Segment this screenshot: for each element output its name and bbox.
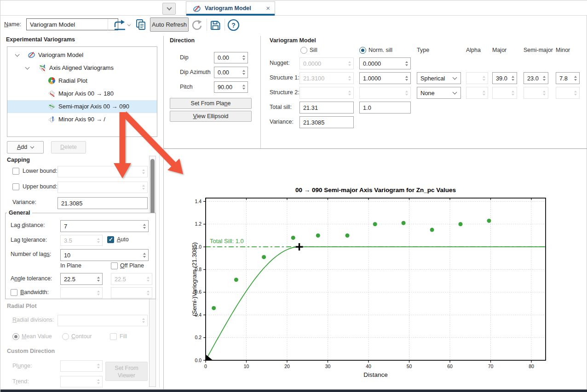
capping-variance-input[interactable]: 21.3085 xyxy=(58,197,148,209)
tree-item-minor-axis[interactable]: Minor Axis 90 → / xyxy=(7,113,157,126)
add-button[interactable]: Add xyxy=(7,141,44,153)
delete-button[interactable]: Delete xyxy=(51,141,86,153)
total-sill-norm-input[interactable]: 1.0 xyxy=(359,102,411,114)
tree-item-major-axis[interactable]: Major Axis 00 → 180 xyxy=(7,87,157,100)
export-icon[interactable] xyxy=(112,18,127,32)
angle-tolerance-off-input[interactable]: 22.5 xyxy=(111,273,152,285)
spinner-carets[interactable] xyxy=(95,376,102,387)
bandwidth-off-input[interactable] xyxy=(111,287,152,298)
fill-checkbox[interactable] xyxy=(110,333,117,340)
tree-item-semi-major-axis[interactable]: Semi-major Axis 00 → 090 xyxy=(7,100,157,113)
pitch-input[interactable]: 90.00 xyxy=(214,81,248,93)
tab-overflow-button[interactable] xyxy=(162,3,176,15)
structure1-alpha-input[interactable] xyxy=(466,72,488,84)
total-sill-input[interactable]: 21.31 xyxy=(299,102,354,114)
radial-divisions-input[interactable] xyxy=(58,315,148,326)
spinner-carets[interactable] xyxy=(541,87,548,98)
structure1-semi-major-input[interactable]: 23.0 xyxy=(524,72,548,84)
lag-tolerance-input[interactable]: 3.5 xyxy=(60,235,103,246)
upper-bound-checkbox[interactable] xyxy=(12,183,19,190)
spinner-carets[interactable] xyxy=(346,87,353,98)
spinner-carets[interactable] xyxy=(403,58,410,69)
chevron-down-icon xyxy=(453,90,457,95)
spinner-carets[interactable] xyxy=(509,73,517,84)
copy-icon[interactable] xyxy=(134,18,148,32)
structure1-norm-input[interactable]: 1.0000 xyxy=(359,72,411,84)
spinner-carets[interactable] xyxy=(144,288,152,298)
spinner-carets[interactable] xyxy=(240,82,247,92)
spinner-carets[interactable] xyxy=(95,361,102,371)
norm-sill-radio[interactable] xyxy=(359,47,366,54)
undo-icon[interactable] xyxy=(190,19,203,32)
model-variance-input[interactable]: 21.3085 xyxy=(299,116,354,128)
spinner-carets[interactable] xyxy=(403,87,410,98)
spinner-carets[interactable] xyxy=(541,73,548,84)
nugget-norm-input[interactable]: 0.0000 xyxy=(359,57,411,69)
name-input[interactable] xyxy=(26,18,118,30)
tree-item-radial-plot[interactable]: Radial Plot xyxy=(7,74,157,87)
spinner-carets[interactable] xyxy=(346,58,353,69)
tab-variogram-model[interactable]: Variogram Model × xyxy=(186,1,275,16)
dip-azimuth-input[interactable]: 0.00 xyxy=(214,67,248,78)
bandwidth-in-input[interactable] xyxy=(60,287,103,298)
spinner-carets[interactable] xyxy=(140,315,147,326)
help-icon[interactable]: ? xyxy=(227,18,240,32)
lower-bound-input[interactable] xyxy=(58,166,148,177)
contour-radio[interactable] xyxy=(62,333,69,340)
structure2-type-select[interactable]: None xyxy=(417,87,461,99)
spinner-carets[interactable] xyxy=(144,273,152,284)
dip-input[interactable]: 0.00 xyxy=(214,52,248,63)
structure1-major-input[interactable]: 39.0 xyxy=(492,72,517,84)
structure2-major-input[interactable] xyxy=(492,87,517,99)
export-dropdown-chevron-icon[interactable] xyxy=(127,23,131,26)
structure1-sill-input[interactable]: 21.3100 xyxy=(299,72,354,84)
save-icon[interactable] xyxy=(209,19,222,32)
expander-chevron-icon[interactable] xyxy=(25,65,30,70)
spinner-carets[interactable] xyxy=(240,52,247,63)
angle-tolerance-in-input[interactable]: 22.5 xyxy=(60,273,103,285)
spinner-carets[interactable] xyxy=(572,73,579,84)
toolbar-separator xyxy=(207,19,207,31)
lag-distance-input[interactable]: 7 xyxy=(60,220,149,232)
set-from-plane-button[interactable]: Set From Plane xyxy=(170,98,252,109)
structure2-minor-input[interactable] xyxy=(556,87,580,99)
spinner-carets[interactable] xyxy=(140,182,147,193)
spinner-carets[interactable] xyxy=(240,67,247,78)
structure2-norm-input[interactable] xyxy=(359,87,411,99)
expander-chevron-icon[interactable] xyxy=(15,52,20,57)
upper-bound-input[interactable] xyxy=(58,182,148,193)
set-from-viewer-button[interactable]: Set From Viewer xyxy=(105,362,148,381)
structure1-type-select[interactable]: Spherical xyxy=(417,72,461,84)
spinner-carets[interactable] xyxy=(141,250,148,261)
tree-item-variogram-model[interactable]: Variogram Model xyxy=(7,49,157,62)
spinner-carets[interactable] xyxy=(480,73,488,84)
spinner-carets[interactable] xyxy=(480,87,488,98)
structure1-minor-input[interactable]: 7.8 xyxy=(556,72,580,84)
structure2-alpha-input[interactable] xyxy=(466,87,488,99)
nugget-sill-input[interactable]: 0.0000 xyxy=(299,57,354,69)
spinner-carets[interactable] xyxy=(141,221,148,232)
tree-item-axis-aligned-variograms[interactable]: Axis Aligned Variograms xyxy=(7,62,157,74)
trend-input[interactable] xyxy=(60,376,103,387)
spinner-carets[interactable] xyxy=(509,87,517,98)
spinner-carets[interactable] xyxy=(95,288,102,298)
view-ellipsoid-button[interactable]: View Ellipsoid xyxy=(170,111,252,122)
structure2-semi-major-input[interactable] xyxy=(524,87,548,99)
spinner-carets[interactable] xyxy=(95,273,102,284)
plunge-input[interactable] xyxy=(60,360,103,372)
spinner-carets[interactable] xyxy=(346,73,353,84)
off-plane-checkbox[interactable] xyxy=(111,262,118,269)
mean-value-radio[interactable] xyxy=(12,333,19,340)
spinner-carets[interactable] xyxy=(140,166,147,177)
spinner-carets[interactable] xyxy=(572,87,579,98)
tab-close-icon[interactable]: × xyxy=(266,4,270,12)
bandwidth-checkbox[interactable] xyxy=(11,289,17,296)
auto-checkbox[interactable] xyxy=(107,236,114,243)
number-of-lags-input[interactable]: 10 xyxy=(60,249,149,261)
lower-bound-checkbox[interactable] xyxy=(12,168,19,175)
structure2-sill-input[interactable] xyxy=(299,87,354,99)
sill-radio[interactable] xyxy=(300,47,307,54)
spinner-carets[interactable] xyxy=(403,73,410,84)
auto-refresh-button[interactable]: Auto Refresh xyxy=(150,17,189,32)
spinner-carets[interactable] xyxy=(95,235,102,245)
